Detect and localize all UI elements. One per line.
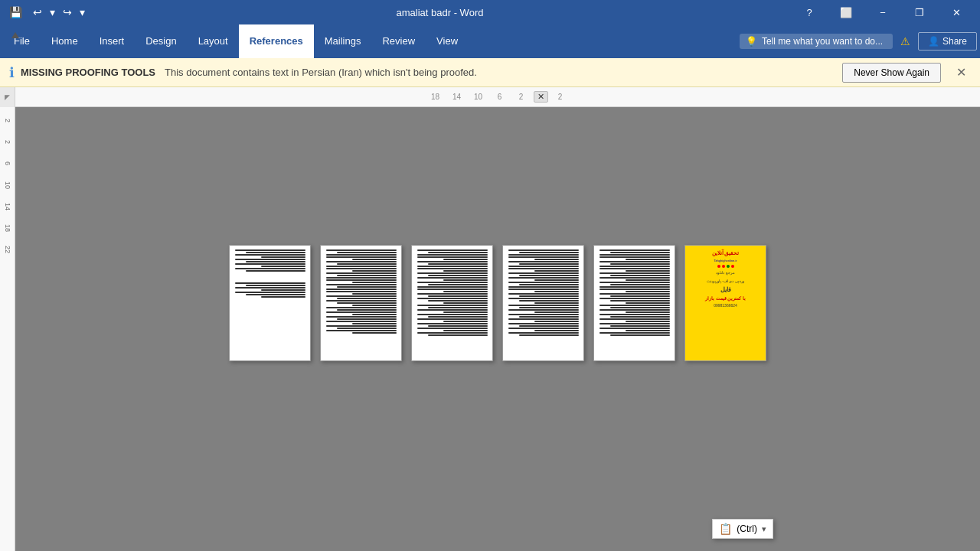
ruler-area: ◤ 18 14 10 6 2 ✕ 2 — [0, 87, 980, 107]
side-num-6: 6 — [4, 153, 11, 174]
document-area: تحقیق آنلاین Tahghighonline.ir مرجع دانل… — [15, 107, 980, 551]
pages-row: تحقیق آنلاین Tahghighonline.ir مرجع دانل… — [229, 245, 766, 361]
ruler-numbers: 18 14 10 6 2 ✕ 2 — [15, 87, 980, 106]
search-box[interactable]: 💡 Tell me what you want to do... — [740, 34, 893, 49]
notification-title: MISSING PROOFING TOOLS — [21, 67, 155, 78]
page-3 — [411, 245, 493, 361]
side-num-10: 10 — [4, 174, 11, 196]
page-2 — [320, 245, 402, 361]
notification-bar: ℹ MISSING PROOFING TOOLS This document c… — [0, 58, 980, 87]
ribbon-toggle[interactable]: ⬜ — [828, 0, 864, 24]
tab-insert[interactable]: Insert — [89, 24, 136, 58]
tab-references[interactable]: References — [239, 24, 314, 58]
ctrl-label: (Ctrl) — [737, 523, 757, 534]
ruler-x-marker: ✕ — [534, 91, 548, 103]
tab-view[interactable]: View — [426, 24, 469, 58]
page-2-content — [321, 246, 401, 337]
page-6-ad: تحقیق آنلاین Tahghighonline.ir مرجع دانل… — [684, 245, 766, 361]
page-4-content — [503, 246, 583, 340]
ruler-num-18: 18 — [425, 93, 446, 101]
tab-review[interactable]: Review — [371, 24, 426, 58]
x-icon: ✕ — [537, 92, 544, 102]
help-button[interactable]: ? — [792, 0, 827, 24]
page-5-content — [594, 246, 675, 340]
customize-button[interactable]: ▾ — [77, 5, 88, 20]
share-label: Share — [942, 36, 967, 47]
ad-price: با کمترین قیمت بازار — [705, 295, 746, 301]
search-placeholder: Tell me what you want to do... — [762, 36, 883, 47]
ad-title: تحقیق آنلاین — [712, 250, 740, 256]
save-icon: 💾 — [9, 6, 22, 18]
warning-icon: ⚠ — [900, 35, 910, 47]
ruler-num-14: 14 — [446, 93, 468, 101]
ad-url: Tahghighonline.ir — [714, 259, 737, 262]
save-button[interactable]: 💾 — [6, 5, 25, 20]
undo-dropdown[interactable]: ▾ — [47, 5, 58, 20]
ctrl-dropdown-icon[interactable]: ▾ — [762, 524, 766, 534]
ad-sub1: مرجع دانلود — [716, 270, 734, 276]
title-bar: 💾 ↩ ▾ ↪ ▾ amaliat badr - Word ? ⬜ − ❐ ✕ — [0, 0, 980, 24]
ribbon-right: 💡 Tell me what you want to do... ⚠ 👤 Sha… — [740, 32, 977, 51]
ad-phone: 09981366624 — [714, 303, 737, 308]
page-1 — [229, 245, 311, 361]
page-5 — [593, 245, 675, 361]
person-icon: 👤 — [928, 36, 939, 47]
ad-content: تحقیق آنلاین Tahghighonline.ir مرجع دانل… — [685, 246, 766, 360]
redo-button[interactable]: ↪ — [60, 5, 75, 20]
never-show-button[interactable]: Never Show Again — [842, 63, 941, 83]
side-num-14: 14 — [4, 196, 11, 217]
ruler-num-2b: 2 — [550, 93, 571, 101]
ad-dots — [717, 265, 734, 268]
main-area: 2 2 6 10 14 18 22 — [0, 107, 980, 551]
tab-mailings[interactable]: Mailings — [314, 24, 372, 58]
ruler-num-2: 2 — [511, 93, 532, 101]
dot-1 — [717, 265, 720, 268]
minimize-button[interactable]: − — [865, 0, 900, 24]
notification-message: This document contains text in Persian (… — [165, 67, 477, 78]
dot-2 — [722, 265, 725, 268]
horizontal-ruler: 18 14 10 6 2 ✕ 2 — [15, 87, 980, 106]
tab-layout[interactable]: Layout — [188, 24, 239, 58]
ad-big: فایل — [720, 286, 731, 293]
title-bar-center: amaliat badr - Word — [88, 7, 792, 18]
page-3-content — [412, 246, 492, 340]
title-bar-right: ? ⬜ − ❐ ✕ — [792, 0, 974, 24]
side-num-22: 22 — [4, 239, 11, 260]
undo-button[interactable]: ↩ — [30, 5, 45, 20]
maximize-button[interactable]: ❐ — [902, 0, 937, 24]
undo-area: ↩ ▾ ↪ ▾ — [30, 5, 88, 20]
tab-home[interactable]: Home — [41, 24, 89, 58]
ctrl-popup[interactable]: 📋 (Ctrl) ▾ — [712, 519, 773, 539]
side-num-2b: 2 — [4, 132, 11, 153]
paste-icon: 📋 — [719, 523, 732, 535]
side-num-18: 18 — [4, 217, 11, 239]
document-title: amaliat badr - Word — [397, 7, 484, 18]
lightbulb-icon: 💡 — [746, 36, 757, 47]
dot-4 — [731, 265, 734, 268]
dot-3 — [727, 265, 730, 268]
ruler-num-10: 10 — [468, 93, 489, 101]
share-button[interactable]: 👤 Share — [918, 32, 977, 51]
title-bar-left: 💾 ↩ ▾ ↪ ▾ — [6, 5, 88, 20]
ruler-corner: ◤ — [0, 87, 15, 107]
tab-file[interactable]: File — [3, 24, 41, 58]
ad-sub2: ورد-پی دی اف- پاورپوینت — [707, 279, 745, 285]
ribbon: File Home Insert Design Layout Reference… — [0, 24, 980, 58]
vertical-ruler: 2 2 6 10 14 18 22 — [0, 107, 15, 551]
page-1-content — [230, 246, 310, 302]
page-4 — [502, 245, 584, 361]
info-icon: ℹ — [9, 64, 15, 81]
notification-close-button[interactable]: ✕ — [952, 64, 971, 81]
tab-design[interactable]: Design — [135, 24, 187, 58]
side-num-2a: 2 — [4, 110, 11, 132]
close-button[interactable]: ✕ — [939, 0, 974, 24]
ruler-num-6: 6 — [489, 93, 511, 101]
